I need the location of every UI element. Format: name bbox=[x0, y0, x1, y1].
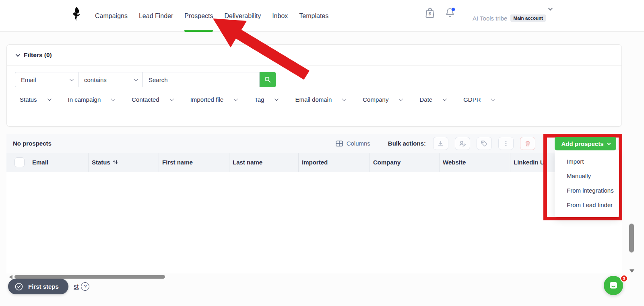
column-label: First name bbox=[162, 159, 193, 166]
chip-label: Status bbox=[20, 96, 37, 103]
chat-bubble-icon bbox=[608, 280, 619, 291]
chip-label: In campaign bbox=[68, 96, 101, 103]
notifications-bell-icon[interactable] bbox=[444, 6, 456, 18]
download-icon bbox=[437, 140, 444, 147]
vertical-scrollbar-thumb[interactable] bbox=[629, 224, 634, 253]
column-header-last-name[interactable]: Last name bbox=[229, 153, 299, 172]
more-vertical-icon bbox=[502, 140, 510, 147]
filter-field-select[interactable]: Email bbox=[15, 72, 78, 87]
chip-label: Imported file bbox=[190, 96, 224, 103]
prospects-count-label: No prospects bbox=[13, 140, 52, 147]
column-label: Website bbox=[443, 159, 466, 166]
main-nav: Campaigns Lead Finder Prospects Delivera… bbox=[95, 0, 328, 32]
filter-operator-select[interactable]: contains bbox=[78, 72, 143, 87]
bulk-delete-button[interactable] bbox=[520, 137, 535, 150]
select-all-checkbox[interactable] bbox=[14, 157, 25, 167]
filter-chip-contacted[interactable]: Contacted bbox=[132, 96, 172, 103]
prospects-table: No prospects Columns Bulk actions: bbox=[6, 134, 622, 273]
chip-label: Email domain bbox=[295, 96, 332, 103]
column-header-first-name[interactable]: First name bbox=[159, 153, 229, 172]
column-header-status[interactable]: Status bbox=[89, 153, 159, 172]
filters-collapse-chevron-icon bbox=[16, 52, 20, 56]
help-question-icon[interactable]: ? bbox=[81, 282, 89, 291]
bulk-actions-label: Bulk actions: bbox=[388, 140, 426, 147]
filter-chip-company[interactable]: Company bbox=[363, 96, 402, 103]
bulk-edit-prospect-button[interactable] bbox=[455, 137, 470, 150]
filter-field-value: Email bbox=[21, 76, 36, 83]
nav-item-prospects[interactable]: Prospects bbox=[184, 0, 213, 32]
nav-item-templates[interactable]: Templates bbox=[299, 0, 328, 32]
menu-item-manually[interactable]: Manually bbox=[555, 168, 619, 183]
account-chevron-down-icon[interactable] bbox=[548, 6, 553, 10]
partial-help-link: st ? bbox=[74, 282, 89, 291]
bulk-more-button[interactable] bbox=[498, 137, 514, 150]
chevron-down-icon bbox=[491, 97, 495, 101]
first-steps-button[interactable]: First steps bbox=[8, 279, 68, 294]
menu-item-import[interactable]: Import bbox=[555, 154, 619, 168]
account-name: AI Tools tribe bbox=[473, 15, 507, 22]
add-prospects-dropdown: Import Manually From integrations From L… bbox=[555, 150, 619, 217]
account-badge: Main account bbox=[510, 14, 545, 22]
chevron-down-icon bbox=[234, 97, 238, 101]
chip-label: Tag bbox=[254, 96, 264, 103]
chevron-down-icon bbox=[275, 97, 279, 101]
account-switcher[interactable]: AI Tools tribe Main account bbox=[473, 14, 546, 22]
column-header-company[interactable]: Company bbox=[370, 153, 440, 172]
column-label: Email bbox=[32, 159, 48, 166]
chevron-down-icon bbox=[443, 97, 447, 101]
filter-chip-date[interactable]: Date bbox=[419, 96, 446, 103]
columns-label: Columns bbox=[347, 140, 370, 147]
filter-chip-gdpr[interactable]: GDPR bbox=[463, 96, 494, 103]
woodpecker-logo-icon[interactable] bbox=[71, 6, 82, 22]
nav-item-campaigns[interactable]: Campaigns bbox=[95, 0, 128, 32]
chip-label: GDPR bbox=[463, 96, 481, 103]
search-button[interactable] bbox=[260, 72, 276, 87]
filter-chip-email-domain[interactable]: Email domain bbox=[295, 96, 345, 103]
chevron-down-icon bbox=[342, 97, 346, 101]
column-label: Last name bbox=[233, 159, 262, 166]
column-header-email[interactable]: Email bbox=[29, 153, 89, 172]
trash-icon bbox=[524, 140, 531, 147]
filter-search-group: Email contains bbox=[15, 72, 276, 87]
filter-chip-imported-file[interactable]: Imported file bbox=[190, 96, 237, 103]
chevron-down-icon bbox=[70, 77, 74, 81]
billing-bag-icon[interactable]: $ bbox=[424, 6, 436, 18]
tag-icon bbox=[481, 140, 488, 147]
table-header-row: Email Status First name Last name Import… bbox=[6, 153, 622, 172]
dollar-glyph: $ bbox=[429, 11, 431, 16]
chat-unread-badge: 3 bbox=[620, 275, 628, 282]
nav-item-lead-finder[interactable]: Lead Finder bbox=[139, 0, 173, 32]
sort-icon[interactable] bbox=[112, 159, 118, 165]
column-header-website[interactable]: Website bbox=[440, 153, 510, 172]
user-edit-icon bbox=[459, 140, 466, 147]
vscrollbar-down-arrow-icon[interactable] bbox=[630, 269, 634, 273]
filter-operator-value: contains bbox=[84, 76, 107, 83]
filter-chips-row: Status In campaign Contacted Imported fi… bbox=[20, 96, 494, 103]
nav-item-deliverability[interactable]: Deliverability bbox=[224, 0, 261, 32]
filters-title: Filters (0) bbox=[24, 51, 52, 59]
column-label: Imported bbox=[302, 159, 328, 166]
add-prospects-button[interactable]: Add prospects bbox=[555, 137, 616, 150]
import-list-link[interactable]: st bbox=[74, 283, 78, 290]
bulk-export-button[interactable] bbox=[433, 137, 448, 150]
columns-button[interactable]: Columns bbox=[336, 140, 370, 147]
nav-item-inbox[interactable]: Inbox bbox=[272, 0, 288, 32]
filter-chip-tag[interactable]: Tag bbox=[254, 96, 277, 103]
bulk-tag-button[interactable] bbox=[477, 137, 492, 150]
filters-header[interactable]: Filters (0) bbox=[7, 45, 621, 66]
menu-item-from-lead-finder[interactable]: From Lead finder bbox=[555, 197, 619, 212]
horizontal-scrollbar-thumb[interactable] bbox=[14, 275, 165, 279]
notification-dot bbox=[452, 8, 455, 11]
search-input[interactable] bbox=[143, 72, 260, 87]
chip-label: Date bbox=[419, 96, 432, 103]
chevron-down-icon bbox=[111, 97, 115, 101]
filter-chip-in-campaign[interactable]: In campaign bbox=[68, 96, 114, 103]
menu-item-from-integrations[interactable]: From integrations bbox=[555, 183, 619, 197]
search-icon bbox=[264, 76, 271, 83]
hscrollbar-left-arrow-icon[interactable] bbox=[9, 275, 12, 279]
filter-chip-status[interactable]: Status bbox=[20, 96, 50, 103]
column-label: LinkedIn U bbox=[514, 159, 545, 166]
check-circle-icon bbox=[14, 282, 23, 291]
chip-label: Company bbox=[363, 96, 388, 103]
column-header-imported[interactable]: Imported bbox=[299, 153, 370, 172]
